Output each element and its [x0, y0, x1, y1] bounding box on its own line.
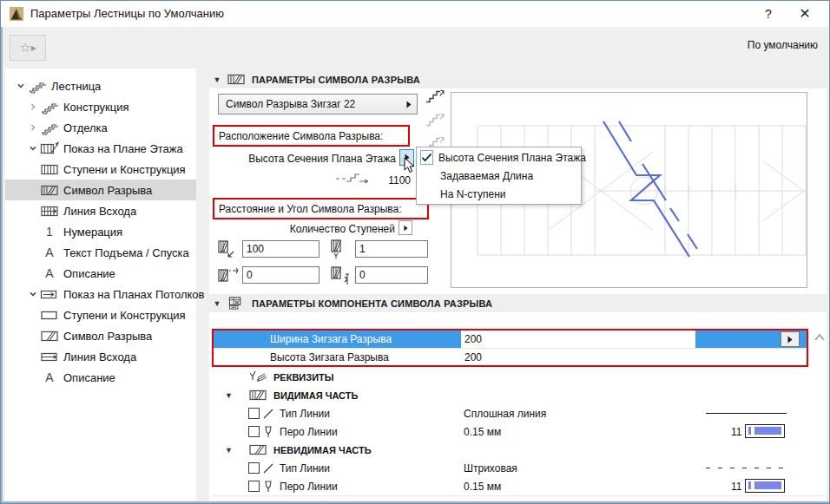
table-row-zigzag-height[interactable]: Высота Зигзага Разрыва 200	[214, 348, 807, 366]
sidebar-item-treads-structure[interactable]: Ступени и Конструкция	[5, 159, 196, 180]
menu-item-given-length[interactable]: Задаваемая Длина	[417, 167, 581, 185]
menu-item-label: На N-ступени	[440, 188, 505, 200]
menu-item-label: Задаваемая Длина	[440, 170, 533, 182]
sidebar-item-ceiling-description[interactable]: A Описание	[5, 367, 196, 388]
line-type-icon	[262, 408, 274, 420]
pen-number: 11	[731, 481, 741, 493]
default-label: По умолчанию	[748, 39, 818, 51]
break-distance-input[interactable]	[242, 240, 319, 258]
pen-icon	[262, 426, 274, 438]
stair-settings-dialog: Параметры Лестницы по Умолчанию ? ✕ ☆▶ П…	[0, 0, 830, 504]
sidebar-item-numbering[interactable]: 1 Нумерация	[5, 221, 196, 242]
mode-given-length-icon[interactable]	[424, 111, 446, 129]
section-component-parameters[interactable]: ▼ ПАРАМЕТРЫ КОМПОНЕНТА СИМВОЛА РАЗРЫВА	[209, 294, 827, 312]
sidebar-item-ceiling-display[interactable]: Показ на Планах Потолков	[5, 284, 196, 304]
param-popup-button[interactable]	[781, 331, 800, 347]
invisible-part-header[interactable]: ▼ НЕВИДИМАЯ ЧАСТЬ	[212, 441, 827, 459]
popup-arrow-icon	[404, 225, 408, 232]
break-angle2-input[interactable]	[355, 266, 428, 284]
row-value[interactable]: 0.15 мм	[464, 481, 501, 493]
override-checkbox[interactable]	[248, 481, 260, 492]
pen-color-swatch[interactable]	[745, 424, 785, 438]
sidebar-item-ceiling-walking-line[interactable]: Линия Всхода	[5, 346, 196, 367]
ceiling-break-symbol-icon	[40, 329, 59, 344]
dialog-title: Параметры Лестницы по Умолчанию	[30, 1, 224, 27]
cut-plane-stair-icon	[335, 171, 370, 186]
attributes-icon	[248, 370, 267, 384]
param-value[interactable]: 200	[461, 349, 695, 366]
chevron-right-icon[interactable]	[26, 123, 40, 132]
chevron-right-icon[interactable]	[26, 102, 40, 111]
break-symbol-icon	[40, 183, 59, 198]
sidebar-item-stair[interactable]: Лестница	[5, 75, 196, 96]
pen-icon	[262, 481, 274, 493]
row-value[interactable]: Штриховая	[464, 462, 517, 475]
tree-label: Нумерация	[63, 226, 122, 239]
override-checkbox[interactable]	[248, 426, 260, 437]
sidebar-item-break-symbol[interactable]: Символ Разрыва	[5, 180, 196, 200]
break-symbol-type-dropdown[interactable]: Символ Разрыва Зигзаг 22	[218, 94, 418, 115]
override-checkbox[interactable]	[248, 408, 260, 419]
sidebar-item-ceiling-treads-structure[interactable]: Ступени и Конструкция	[5, 304, 196, 325]
tree-label: Текст Подъема / Спуска	[63, 246, 189, 259]
mode-floor-plan-cut-icon[interactable]	[424, 88, 446, 106]
close-button[interactable]: ✕	[787, 1, 822, 27]
pen-color-swatch[interactable]	[745, 479, 785, 493]
visible-pen-row[interactable]: Перо Линии 0.15 мм 11	[212, 422, 827, 442]
table-row-zigzag-width[interactable]: Ширина Зигзага Разрыва 200	[214, 331, 807, 348]
treads-icon	[40, 162, 59, 177]
menu-item-nth-riser[interactable]: На N-ступени	[417, 185, 581, 203]
visible-part-header[interactable]: ▼ ВИДИМАЯ ЧАСТЬ	[212, 386, 827, 404]
sidebar-item-construction[interactable]: Конструкция	[5, 96, 196, 117]
collapse-triangle-icon[interactable]: ▼	[209, 75, 225, 84]
sidebar-item-floor-plan-display[interactable]: Показ на Плане Этажа	[5, 138, 196, 159]
sidebar-item-ceiling-break-symbol[interactable]: Символ Разрыва	[5, 325, 196, 346]
sidebar-item-walking-line[interactable]: Линия Всхода	[5, 200, 196, 221]
help-button[interactable]: ?	[751, 1, 786, 27]
row-label: Тип Линии	[280, 462, 330, 475]
visible-linetype-row[interactable]: Тип Линии Сплошная линия	[212, 404, 827, 423]
menu-item-cut-plane-height[interactable]: Высота Сечения Плана Этажа	[417, 148, 581, 167]
section-title: ПАРАМЕТРЫ КОМПОНЕНТА СИМВОЛА РАЗРЫВА	[252, 298, 492, 309]
group-title: НЕВИДИМАЯ ЧАСТЬ	[273, 445, 372, 455]
collapse-triangle-icon[interactable]: ▼	[220, 391, 239, 400]
sidebar-item-updown-text[interactable]: A Текст Подъема / Спуска	[5, 242, 196, 263]
sidebar-item-description[interactable]: A Описание	[5, 263, 196, 284]
line-type-icon	[262, 462, 274, 475]
param-value[interactable]: 200	[461, 331, 695, 348]
chevron-down-icon[interactable]	[26, 144, 40, 153]
scroll-up-icon[interactable]	[814, 332, 826, 343]
tree-label: Линия Всхода	[63, 350, 136, 363]
checkmark-icon	[420, 150, 433, 165]
steps-count-popup-button[interactable]	[399, 220, 412, 235]
override-checkbox[interactable]	[248, 462, 260, 474]
letter-a-icon: A	[40, 245, 59, 259]
component-settings-icon	[227, 296, 246, 311]
attributes-title: РЕКВИЗИТЫ	[273, 372, 334, 383]
chevron-down-icon[interactable]	[26, 290, 40, 298]
chevron-down-icon[interactable]	[14, 82, 28, 90]
highlight-box-placement: Расположение Символа Разрыва:	[213, 125, 410, 147]
collapse-triangle-icon[interactable]: ▼	[220, 446, 239, 455]
row-value[interactable]: 0.15 мм	[464, 426, 501, 438]
tree-label: Конструкция	[63, 101, 128, 114]
row-value[interactable]: Сплошная линия	[464, 408, 546, 420]
break-angle2-icon	[329, 265, 352, 285]
collapse-triangle-icon[interactable]: ▼	[209, 299, 225, 308]
section-break-symbol-parameters[interactable]: ▼ ПАРАМЕТРЫ СИМВОЛА РАЗРЫВА	[209, 70, 827, 88]
break-angle-input[interactable]	[242, 266, 319, 284]
settings-tree: Лестница Конструкция Отделка Показ на Пл…	[5, 69, 196, 501]
favorites-button[interactable]: ☆▶	[10, 35, 46, 61]
archicad-logo-icon	[10, 7, 23, 21]
group-title: ВИДИМАЯ ЧАСТЬ	[273, 390, 358, 401]
break-distance-icon	[216, 239, 240, 259]
floor-plan-icon	[40, 141, 59, 156]
tree-label: Символ Разрыва	[63, 330, 152, 343]
placement-popup-menu: Высота Сечения Плана Этажа Задаваемая Дл…	[416, 147, 582, 205]
invisible-pen-row[interactable]: Перо Линии 0.15 мм 11	[212, 477, 827, 496]
invisible-linetype-row[interactable]: Тип Линии Штриховая	[212, 459, 827, 478]
tree-label: Символ Разрыва	[63, 184, 152, 197]
break-y-offset-input[interactable]	[355, 240, 428, 258]
sidebar-item-finish[interactable]: Отделка	[5, 117, 196, 138]
walking-line-icon	[40, 204, 59, 219]
